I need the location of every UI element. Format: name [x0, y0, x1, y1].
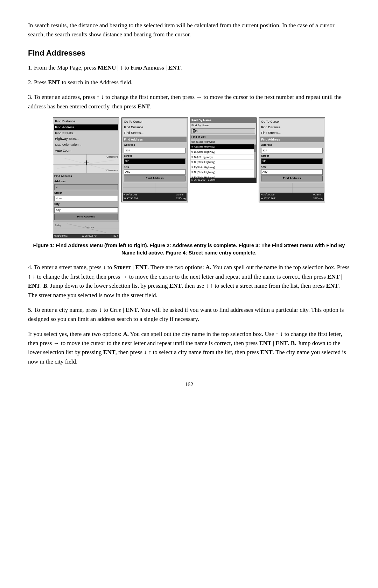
- fig2-city-label: City: [124, 165, 186, 169]
- fig2-coord1: N 36°09.269': [124, 193, 138, 197]
- fig1-coord1: N 36°08.971': [54, 234, 68, 238]
- step-3-text: 3. To enter an address, press ↑ ↓ to cha…: [28, 94, 342, 109]
- fig2-coord4: 329°mag: [176, 197, 186, 201]
- fig3-list-item-6: 9P (State Highway): [190, 175, 256, 178]
- step-5-num: 5. To enter a city name, press ↓ to: [28, 307, 110, 313]
- last-paragraph: If you select yes, there are two options…: [28, 330, 350, 366]
- step-3-ent: ENT: [138, 103, 150, 110]
- figure-caption: Figure 1: Find Address Menu (from left t…: [28, 242, 350, 257]
- fig4-coord3: 0.38mi: [313, 193, 323, 197]
- fig1-mini-svg: Bixby Catoosa: [53, 222, 119, 234]
- fig2-coord2: W 95°50.764': [124, 197, 138, 201]
- fig4-street-value: 9th: [261, 158, 323, 164]
- step-1-menu: MENU: [98, 64, 116, 71]
- fig3-list-item-2: 9B (US Highway): [190, 155, 256, 160]
- fig2-street-value: 9th: [124, 158, 186, 164]
- fig4-city-value: Any: [261, 169, 323, 175]
- fig2-minimap: [123, 183, 187, 193]
- fig4-find-addr-bar: Find Address: [260, 137, 324, 142]
- step-2-ent: ENT: [48, 79, 60, 86]
- fig4-inner: Go To Cursor Find Distance Find Streets.…: [259, 118, 325, 202]
- intro-paragraph: In search results, the distance and bear…: [28, 21, 350, 40]
- fig1-addr-title: Find Address: [54, 174, 118, 178]
- figure-4: Go To Cursor Find Distance Find Streets.…: [259, 117, 325, 202]
- fig3-list-item-1: 9B (State Highway): [190, 150, 256, 155]
- fig2-mini-svg: [123, 183, 187, 193]
- step-4-street: Street: [113, 264, 131, 271]
- fig3-find-row: Find By Name 9th: [190, 123, 256, 135]
- step-5: 5. To enter a city name, press ↓ to City…: [28, 306, 350, 324]
- step-4-ent3: ENT: [28, 282, 40, 289]
- fig2-address-value: 324: [124, 148, 186, 153]
- fig1-find-btn: Find Address: [54, 214, 118, 220]
- fig1-address-label: Address: [54, 179, 118, 184]
- fig1-street-field: None: [54, 196, 118, 201]
- fig2-section: Address 324 Street 9th City Any Find Add…: [123, 142, 187, 183]
- fig3-list-item-5: 9N (State Highway): [190, 170, 256, 175]
- step-4-num: 4. To enter a street name, press ↓ to: [28, 264, 113, 271]
- fig1-item-find-dist: Find Distance: [54, 119, 118, 124]
- step-5-ent: ENT: [126, 307, 138, 313]
- fig4-find-streets: Find Streets...: [261, 130, 323, 136]
- fig4-coord4: 329°mag: [313, 197, 323, 201]
- fig3-list-header: Find In List: [190, 135, 256, 139]
- fig2-coords-right: 0.38mi 329°mag: [176, 193, 186, 201]
- fig2-city-value: Any: [124, 169, 186, 175]
- fig3-inner: Find By Name Find By Name 9th Find In Li…: [190, 118, 256, 183]
- fig4-find-dist: Find Distance: [261, 125, 323, 130]
- figure-2: Go To Cursor Find Distance Find Streets.…: [121, 117, 188, 202]
- fig2-coords: N 36°09.269' W 95°50.764' 0.38mi 329°mag: [123, 193, 187, 201]
- fig4-go-to: Go To Cursor Find Distance Find Streets.…: [260, 119, 324, 136]
- fig2-inner: Go To Cursor Find Distance Find Streets.…: [122, 118, 188, 202]
- fig2-go-cursor: Go To Cursor: [124, 119, 186, 125]
- fig3-top-bar: Find By Name: [190, 118, 256, 123]
- fig1-item-auto-zoom: Auto Zoom: [54, 148, 118, 154]
- fig4-coord1: N 36°09.269': [261, 193, 275, 197]
- fig2-find-btn: Find Address: [124, 175, 186, 181]
- fig2-find-dist: Find Distance: [124, 125, 186, 130]
- fig2-find-streets: Find Streets...: [124, 130, 186, 136]
- fig1-city-field: Any: [54, 207, 118, 213]
- fig4-city-label: City: [261, 165, 323, 169]
- fig1-address-field: S: [54, 184, 118, 190]
- fig2-address-label: Address: [124, 143, 186, 147]
- svg-text:Catoosa: Catoosa: [85, 226, 94, 229]
- fig4-street-label: Street: [261, 154, 323, 158]
- section-title: Find Addresses: [28, 47, 350, 59]
- figure-3: Find By Name Find By Name 9th Find In Li…: [190, 117, 257, 183]
- fig4-coord2: W 95°50.764': [261, 197, 275, 201]
- fig2-find-addr-bar: Find Address: [123, 137, 187, 142]
- fig3-coord2: 0.38mi: [208, 179, 215, 181]
- step-2-rest: to search in the Address field.: [60, 79, 132, 86]
- fig4-minimap: [260, 183, 324, 193]
- fig1-map: Claremore Claremore: [53, 154, 119, 173]
- fig3-list-item-3: 9D (State Highway): [190, 160, 256, 165]
- fig2-coord3: 0.38mi: [176, 193, 186, 197]
- step-4-ent5: ENT: [326, 282, 338, 289]
- step-4-ent4: ENT: [169, 282, 182, 289]
- fig1-coord3: ← 30 ft: [110, 234, 118, 238]
- fig3-list-item-0: 9A (State Highway): [190, 144, 256, 150]
- step-4: 4. To enter a street name, press ↓ to St…: [28, 263, 350, 300]
- fig2-street-label: Street: [124, 154, 186, 158]
- step-5-city: City: [110, 307, 121, 313]
- fig1-minimap: Bixby Catoosa: [53, 222, 119, 234]
- fig2-coords-left: N 36°09.269' W 95°50.764': [124, 193, 138, 201]
- fig1-item-find-streets: Find Streets...: [54, 130, 118, 136]
- step-2-text: 2. Press: [28, 79, 48, 86]
- fig1-coords: N 36°08.971' W 95°50.579' ← 30 ft: [53, 234, 119, 238]
- fig1-item-map-orient: Map Orientation...: [54, 142, 118, 148]
- fig3-find-label: Find By Name: [191, 123, 255, 128]
- fig2-go-to: Go To Cursor Find Distance Find Streets.…: [123, 119, 187, 136]
- fig3-coord1: N 36°09.269': [191, 179, 205, 181]
- fig3-list-item-4: 9F (State Highway): [190, 165, 256, 170]
- step-1: 1. From the Map Page, press MENU | ↓ to …: [28, 63, 350, 72]
- fig4-find-btn: Find Address: [261, 175, 323, 181]
- fig3-subheader: 8W (State Highway): [190, 139, 256, 145]
- fig1-menu: Find Distance Find Address Find Streets.…: [53, 118, 119, 154]
- fig3-search-field: 9th: [191, 128, 255, 134]
- fig4-coords-left: N 36°09.269' W 95°50.764': [261, 193, 275, 201]
- fig4-coords: N 36°09.269' W 95°50.764' 0.38mi 329°mag: [260, 193, 324, 201]
- fig4-address-value: 324: [261, 148, 323, 153]
- fig1-coord2: W 95°50.579': [82, 234, 97, 238]
